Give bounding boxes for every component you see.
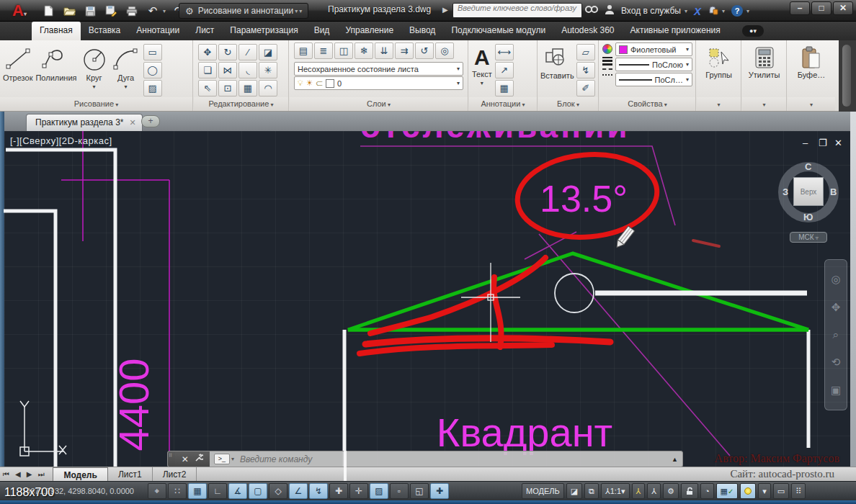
grid-dots-toggle[interactable]: ∷	[168, 483, 187, 499]
panel-layers-footer[interactable]: Слои	[290, 97, 468, 111]
transparency-toggle[interactable]: ✛	[349, 483, 368, 499]
layout-button-icon[interactable]: ◪	[566, 483, 582, 499]
lighting-bulb-icon[interactable]	[740, 483, 756, 499]
statusbar-grip[interactable]: ⠿	[791, 483, 806, 499]
offset-tool[interactable]: ◠	[259, 80, 277, 96]
steering-wheel-icon[interactable]: ◎	[831, 273, 840, 286]
array-tool[interactable]: ▦	[238, 80, 257, 96]
dimension-tool[interactable]: ⟷	[495, 44, 514, 60]
help-icon[interactable]: ?	[731, 5, 743, 17]
layer-freeze-icon[interactable]: ❄	[355, 42, 373, 59]
lineweight-icon[interactable]	[602, 57, 612, 66]
erase-tool[interactable]: ◪	[259, 44, 277, 60]
lineweight-toggle[interactable]: ✚	[329, 483, 348, 499]
stretch-tool[interactable]: ⇖	[198, 80, 217, 96]
groups-tool[interactable]: Группы	[697, 40, 741, 79]
dynamic-input-toggle[interactable]: ↯	[309, 483, 328, 499]
ribbon-options-button[interactable]: ●▾	[742, 25, 764, 37]
ribbon-tab-parametrizaciya[interactable]: Параметризация	[222, 22, 306, 40]
object-snap-3d-toggle[interactable]: ◇	[269, 483, 287, 499]
ribbon-tab-moduli[interactable]: Подключаемые модули	[443, 22, 553, 40]
layer-lock-icon[interactable]: ⇊	[375, 42, 393, 59]
ribbon-tab-vyvod[interactable]: Вывод	[401, 22, 443, 40]
insert-block-tool[interactable]: Вставить	[540, 42, 574, 96]
panel-clipboard-footer[interactable]	[788, 97, 835, 111]
color-wheel-icon[interactable]	[602, 44, 612, 54]
table-tool[interactable]: ▦	[495, 80, 514, 96]
new-file-icon[interactable]	[40, 4, 56, 18]
layer-state-icon[interactable]: ≣	[314, 42, 333, 59]
annotation-visibility-icon[interactable]: ⅄	[632, 483, 646, 499]
panel-draw-footer[interactable]: Рисование	[0, 97, 192, 111]
polar-tracking-toggle[interactable]: ∡	[228, 483, 247, 499]
layout-tab-model[interactable]: Модель	[53, 467, 107, 482]
save-icon[interactable]	[82, 4, 98, 18]
layer-walk-icon[interactable]: ◎	[435, 42, 454, 59]
viewport-close-icon[interactable]: ✕	[834, 138, 842, 148]
annotation-monitor-toggle[interactable]: ◱	[410, 483, 429, 499]
next-layout-icon[interactable]: ▶	[24, 470, 35, 478]
notification-dropdown-icon[interactable]: ▾	[722, 8, 725, 14]
exchange-apps-icon[interactable]: X	[694, 5, 701, 17]
panel-groups-footer[interactable]	[697, 97, 741, 111]
open-file-icon[interactable]	[61, 4, 77, 18]
clean-screen-icon[interactable]: ▭	[773, 483, 789, 499]
define-attributes-tool[interactable]: ▱	[576, 44, 595, 60]
help-search-input[interactable]: Введите ключевое слово/фразу	[452, 3, 582, 18]
help-dropdown-icon[interactable]: ▾	[746, 8, 749, 14]
file-tab-close-icon[interactable]: ✕	[129, 118, 135, 127]
notification-icon[interactable]	[708, 4, 718, 18]
explode-tool[interactable]: ✳	[259, 62, 277, 78]
ribbon-tab-vstavka[interactable]: Вставка	[81, 22, 129, 40]
ribbon-tab-upravlenie[interactable]: Управление	[337, 22, 401, 40]
quick-properties-toggle[interactable]: ▫	[390, 483, 409, 499]
leader-tool[interactable]: ↗	[495, 62, 514, 78]
search-icon[interactable]	[585, 4, 598, 17]
ribbon-tab-prilozheniya[interactable]: Активные приложения	[623, 22, 728, 40]
prev-layout-icon[interactable]: ◀	[12, 470, 24, 478]
signin-dropdown-icon[interactable]: ▾	[685, 8, 687, 14]
model-space-button[interactable]: МОДЕЛЬ	[522, 483, 564, 499]
layer-properties-icon[interactable]: ▤	[294, 42, 313, 59]
new-drawing-tab-button[interactable]: +	[141, 115, 160, 127]
snap-circle[interactable]	[555, 274, 594, 312]
ribbon-tab-annotacii[interactable]: Аннотации	[128, 22, 187, 40]
viewport-controls-label[interactable]: [-][Сверху][2D-каркас]	[10, 135, 112, 146]
grid-display-toggle[interactable]: ▦	[188, 483, 207, 499]
block-editor-tool[interactable]: ✐	[576, 80, 595, 96]
file-tab-praktikum[interactable]: Практикум раздела 3*✕	[26, 114, 143, 131]
panel-edit-footer[interactable]: Редактирование	[194, 97, 288, 111]
fillet-tool[interactable]: ◟	[238, 62, 257, 78]
customization-toggle[interactable]: ✚	[430, 483, 449, 499]
auto-annotation-scale-icon[interactable]: ⅄	[647, 483, 661, 499]
workspace-gear-button[interactable]: ⚙	[663, 483, 679, 499]
object-snap-toggle[interactable]: ▢	[249, 483, 267, 499]
viewcube-east-label[interactable]: В	[830, 186, 837, 197]
text-tool[interactable]: A Текст▾	[472, 42, 492, 96]
plot-icon[interactable]	[124, 4, 140, 18]
polyline-tool[interactable]: Полилиния	[35, 42, 76, 96]
workspace-switcher[interactable]: ⚙ Рисование и аннотации ▾ ▾	[179, 3, 308, 19]
isolate-objects-icon[interactable]: ◔	[700, 483, 714, 499]
layout-tab-list1[interactable]: Лист1	[108, 467, 153, 482]
viewcube-south-label[interactable]: Ю	[803, 212, 813, 222]
isodraft-toggle[interactable]: ∠	[289, 483, 308, 499]
selection-cycling-toggle[interactable]: ▨	[370, 483, 388, 499]
ortho-toggle[interactable]: ∟	[208, 483, 227, 499]
scale-tool[interactable]: ⊡	[218, 80, 237, 96]
viewcube-west-label[interactable]: З	[783, 186, 788, 197]
panel-block-footer[interactable]: Блок	[538, 97, 598, 111]
show-motion-icon[interactable]: ▣	[831, 384, 841, 397]
lock-ui-icon[interactable]	[681, 483, 698, 499]
status-overflow-icon[interactable]: ▾	[758, 483, 771, 499]
lineweight-combo[interactable]: ПоСлою▾	[615, 58, 692, 71]
edit-attributes-tool[interactable]: ↯	[576, 62, 595, 78]
wcs-menu-button[interactable]: МСК	[790, 232, 827, 243]
layer-state-combo[interactable]: Несохраненное состояние листа▾	[294, 62, 463, 76]
last-layout-icon[interactable]: ⏭	[35, 470, 47, 479]
rotate-tool[interactable]: ↻	[218, 44, 237, 60]
close-button[interactable]: ✕	[833, 1, 853, 15]
undo-dropdown-icon[interactable]: ▾	[163, 8, 166, 14]
panel-utilities-footer[interactable]	[742, 97, 786, 111]
linetype-icon[interactable]	[602, 68, 612, 76]
